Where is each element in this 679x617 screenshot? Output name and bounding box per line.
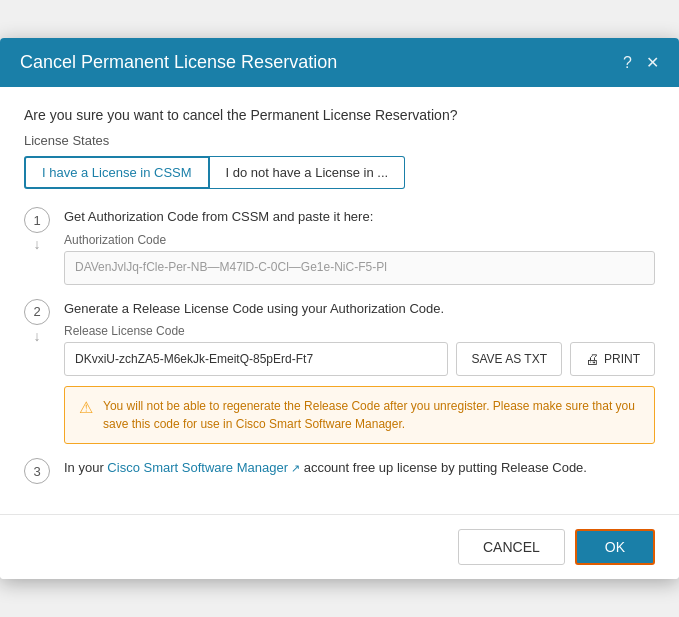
tab-has-license[interactable]: I have a License in CSSM [24,156,210,189]
print-button[interactable]: 🖨 PRINT [570,342,655,376]
license-states-label: License States [24,133,655,148]
step-2-indicator: 2 ↓ [24,299,50,344]
release-code-label: Release License Code [64,324,655,338]
step-2-content: Generate a Release License Code using yo… [64,299,655,445]
step-3-text-before: In your [64,460,107,475]
dialog-title: Cancel Permanent License Reservation [20,52,337,73]
printer-icon: 🖨 [585,351,599,367]
step-3-content: In your Cisco Smart Software Manager acc… [64,458,655,478]
header-icons: ? ✕ [623,55,659,71]
help-icon[interactable]: ? [623,55,632,71]
step-2-arrow: ↓ [34,328,41,344]
release-code-row: SAVE AS TXT 🖨 PRINT [64,342,655,376]
step-2-instruction: Generate a Release License Code using yo… [64,299,655,319]
save-as-txt-button[interactable]: SAVE AS TXT [456,342,562,376]
warning-text: You will not be able to regenerate the R… [103,397,640,433]
step-1-content: Get Authorization Code from CSSM and pas… [64,207,655,285]
step-1-circle: 1 [24,207,50,233]
tab-no-license[interactable]: I do not have a License in ... [210,156,406,189]
warning-box: ⚠ You will not be able to regenerate the… [64,386,655,444]
dialog-header: Cancel Permanent License Reservation ? ✕ [0,38,679,87]
step-1-instruction: Get Authorization Code from CSSM and pas… [64,207,655,227]
step-3-circle: 3 [24,458,50,484]
step-3-indicator: 3 [24,458,50,484]
step-1-row: 1 ↓ Get Authorization Code from CSSM and… [24,207,655,285]
step-1-indicator: 1 ↓ [24,207,50,252]
license-state-tabs: I have a License in CSSM I do not have a… [24,156,655,189]
cssm-link[interactable]: Cisco Smart Software Manager [107,460,300,475]
print-label: PRINT [604,352,640,366]
ok-button[interactable]: OK [575,529,655,565]
cancel-plr-dialog: Cancel Permanent License Reservation ? ✕… [0,38,679,579]
dialog-footer: CANCEL OK [0,514,679,579]
close-icon[interactable]: ✕ [646,55,659,71]
step-2-circle: 2 [24,299,50,325]
release-code-input[interactable] [64,342,448,376]
steps-container: 1 ↓ Get Authorization Code from CSSM and… [24,207,655,498]
step-1-arrow: ↓ [34,236,41,252]
step-3-row: 3 In your Cisco Smart Software Manager a… [24,458,655,484]
step-2-row: 2 ↓ Generate a Release License Code usin… [24,299,655,445]
warning-triangle-icon: ⚠ [79,398,93,417]
step-3-text: In your Cisco Smart Software Manager acc… [64,458,655,478]
step-3-text-after: account free up license by putting Relea… [300,460,587,475]
cancel-button[interactable]: CANCEL [458,529,565,565]
confirm-text: Are you sure you want to cancel the Perm… [24,107,655,123]
auth-code-label: Authorization Code [64,233,655,247]
dialog-body: Are you sure you want to cancel the Perm… [0,87,679,514]
auth-code-display: DAVenJvlJq-fCle-Per-NB—M47lD-C-0Cl—Ge1e-… [64,251,655,285]
